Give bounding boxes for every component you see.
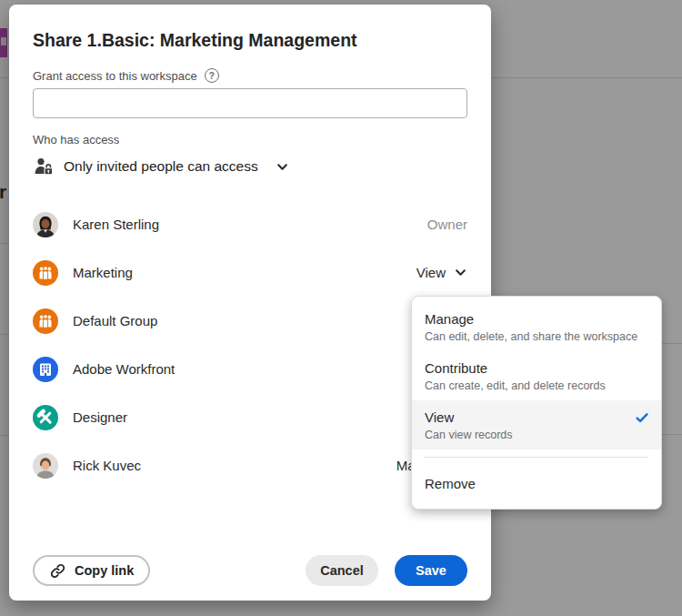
building-icon — [33, 357, 58, 382]
menu-item-remove[interactable]: Remove — [412, 465, 661, 503]
member-row: Designer — [33, 393, 467, 441]
link-icon — [49, 562, 66, 580]
member-row: Karen Sterling Owner — [33, 200, 467, 248]
role-dropdown-value: View — [416, 265, 446, 280]
group-icon — [33, 260, 58, 286]
menu-item-description: Can edit, delete, and share the workspac… — [425, 329, 648, 344]
copy-link-label: Copy link — [75, 563, 134, 578]
menu-divider — [425, 457, 648, 458]
dialog-footer: Copy link Cancel Save — [33, 555, 467, 586]
grant-access-label: Grant access to this workspace — [33, 69, 197, 83]
background-nav-fragment — [0, 28, 7, 57]
menu-item-description: Can create, edit, and delete records — [425, 379, 648, 393]
copy-link-button[interactable]: Copy link — [33, 555, 150, 586]
menu-item-contribute[interactable]: Contribute Can create, edit, and delete … — [412, 351, 661, 400]
member-name: Designer — [73, 409, 467, 425]
menu-item-label: View — [425, 409, 648, 426]
background-edge-line — [661, 343, 682, 344]
member-role-static: Owner — [427, 217, 467, 232]
background-edge-line — [0, 435, 9, 436]
chevron-down-icon — [454, 266, 467, 279]
member-name: Karen Sterling — [73, 217, 427, 232]
role-dropdown-trigger[interactable]: View — [416, 265, 467, 280]
design-tools-icon — [33, 405, 58, 430]
background-text-fragment: r — [0, 181, 6, 203]
menu-item-label: Manage — [425, 310, 648, 328]
access-level-value: Only invited people can access — [64, 158, 258, 175]
background-nav-logo-fragment — [1, 37, 6, 45]
menu-item-label: Remove — [425, 475, 648, 492]
user-lock-icon — [33, 156, 55, 177]
background-edge-line — [661, 434, 682, 435]
member-name: Marketing — [73, 265, 416, 280]
member-row: Default Group — [33, 297, 467, 345]
who-has-access-label: Who has access — [33, 133, 119, 146]
member-name: Rick Kuvec — [73, 458, 396, 473]
cancel-button[interactable]: Cancel — [306, 555, 378, 586]
member-row: Rick Kuvec Manage — [33, 441, 467, 490]
dialog-title: Share 1.Basic: Marketing Management — [33, 30, 357, 51]
chevron-down-icon — [276, 160, 289, 174]
group-icon — [33, 308, 58, 334]
member-row: Adobe Workfront — [33, 345, 467, 393]
avatar — [33, 212, 58, 237]
help-icon[interactable]: ? — [205, 68, 219, 83]
member-row: Marketing View — [33, 248, 467, 297]
member-name: Default Group — [73, 313, 467, 328]
menu-item-description: Can view records — [425, 428, 648, 442]
permission-menu: Manage Can edit, delete, and share the w… — [411, 296, 662, 510]
member-list: Karen Sterling Owner Marketing View — [33, 200, 467, 490]
avatar — [33, 453, 58, 479]
menu-item-label: Contribute — [425, 359, 648, 377]
access-level-selector[interactable]: Only invited people can access — [33, 156, 289, 177]
checkmark-icon — [635, 410, 649, 425]
menu-item-manage[interactable]: Manage Can edit, delete, and share the w… — [412, 302, 661, 351]
invite-people-input[interactable] — [33, 88, 467, 118]
save-button[interactable]: Save — [395, 555, 467, 586]
background-edge-line — [0, 334, 9, 335]
menu-item-view[interactable]: View Can view records — [412, 400, 661, 449]
background-edge-line — [0, 243, 9, 244]
member-name: Adobe Workfront — [73, 361, 467, 377]
